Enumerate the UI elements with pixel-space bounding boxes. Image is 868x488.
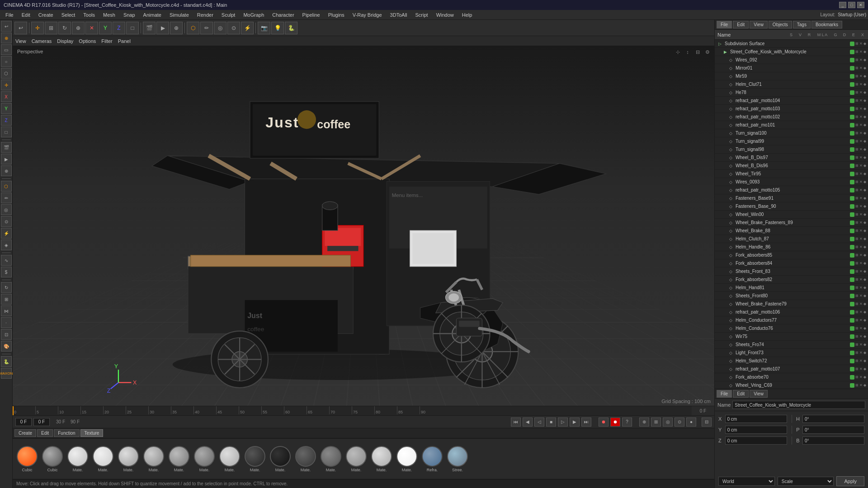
tool-extrude[interactable]: ◈ xyxy=(1,239,12,250)
tb-light[interactable]: 💡 xyxy=(271,22,284,34)
tool-edge[interactable]: ⋈ xyxy=(1,305,12,316)
tool-snap-pt[interactable]: ⊡ xyxy=(1,329,12,340)
pb-current-frame[interactable] xyxy=(33,418,50,426)
menu-pipeline[interactable]: Pipeline xyxy=(299,11,324,19)
tb-render-region[interactable]: 🎬 xyxy=(143,22,156,34)
om-row-he78[interactable]: ◇ He78 ⊞✕◆ xyxy=(715,89,868,97)
pb-key1[interactable]: ⊕ xyxy=(639,418,649,427)
tb-select-y[interactable]: Y xyxy=(99,22,112,34)
mat-item-15[interactable]: Mate. xyxy=(395,446,419,472)
pb-key3[interactable]: ◎ xyxy=(663,418,673,427)
pb-step-fwd2[interactable]: ▶ xyxy=(570,418,580,427)
om-row-wheelbdis96[interactable]: ◇ Wheel_B_Dis96 ⊞✕◆ xyxy=(715,162,868,170)
om-row-helmconductors77[interactable]: ◇ Helm_Conductors77 ⊞✕◆ xyxy=(715,316,868,324)
menu-sculpt[interactable]: Sculpt xyxy=(218,11,239,19)
om-row-sheetsfront83[interactable]: ◇ Sheets_Front_83 ⊞✕◆ xyxy=(715,267,868,276)
om-row-wheelwin00[interactable]: ◇ Wheel_Win00 ⊞✕◆ xyxy=(715,211,868,219)
tool-select-poly[interactable]: ⬡ xyxy=(1,68,12,79)
menu-file[interactable]: File xyxy=(2,11,17,19)
menu-window[interactable]: Window xyxy=(433,11,458,19)
om-row-forkabsorbers85[interactable]: ◇ Fork_absorbers85 ⊞✕◆ xyxy=(715,251,868,259)
om-row-refract107[interactable]: ◇ refract_patr_motto107 ⊞✕◆ xyxy=(715,365,868,373)
vp-menu-cameras[interactable]: Cameras xyxy=(32,38,52,44)
menu-character[interactable]: Character xyxy=(269,11,297,19)
menu-help[interactable]: Help xyxy=(458,11,476,19)
br-tab-edit[interactable]: Edit xyxy=(733,390,749,398)
tool-spline[interactable]: ∿ xyxy=(1,255,12,266)
tb-scale[interactable]: ⊞ xyxy=(45,22,57,34)
tb-move[interactable]: ✛ xyxy=(31,22,44,34)
r-tab-tags[interactable]: Tags xyxy=(793,21,811,28)
tool-null[interactable]: □ xyxy=(1,127,12,137)
om-row-sheetsfro74[interactable]: ◇ Sheets_Fro74 ⊞✕◆ xyxy=(715,341,868,349)
pb-step-fwd[interactable]: ▷ xyxy=(558,418,568,427)
om-row-helmclut71[interactable]: ◇ Helm_Clut71 ⊞✕◆ xyxy=(715,80,868,89)
vp-menu-panel[interactable]: Panel xyxy=(118,38,131,44)
om-row-lightfront73[interactable]: ◇ Light_Front73 ⊞✕◆ xyxy=(715,349,868,357)
tool-polygon[interactable]: ⬡ xyxy=(1,181,12,192)
pb-play-stop[interactable]: ■ xyxy=(546,418,556,427)
tool-twist[interactable]: ↻ xyxy=(1,282,12,293)
r-tab-bookmarks[interactable]: Bookmarks xyxy=(811,21,842,28)
coord-x-pos[interactable] xyxy=(725,415,787,423)
tool-y-axis[interactable]: Y xyxy=(1,103,12,114)
mat-item-10[interactable]: Mate. xyxy=(269,446,292,472)
om-row-helmhandle86[interactable]: ◇ Helm_Handle_86 ⊞✕◆ xyxy=(715,243,868,251)
tool-add[interactable]: ⊕ xyxy=(1,165,12,176)
om-row-forkabsorbers84[interactable]: ◇ Fork_absorbers84 ⊞✕◆ xyxy=(715,259,868,267)
r-tab-edit[interactable]: Edit xyxy=(733,21,749,28)
r-tab-view[interactable]: View xyxy=(750,21,768,28)
om-row-sheetsfront80[interactable]: ◇ Sheets_Front80 ⊞✕◆ xyxy=(715,292,868,300)
pb-key5[interactable]: ● xyxy=(686,418,696,427)
vp-menu-view[interactable]: View xyxy=(15,38,26,44)
om-row-fastenersbase91[interactable]: ◇ Fasteners_Base91 ⊞✕◆ xyxy=(715,194,868,202)
menu-mograph[interactable]: MoGraph xyxy=(240,11,268,19)
coord-p-rot[interactable] xyxy=(802,426,864,434)
tool-magnet[interactable]: ⊙ xyxy=(1,216,12,227)
pb-goto-start[interactable]: ⏮ xyxy=(511,418,521,427)
vp-settings-icon[interactable]: ⚙ xyxy=(703,48,712,56)
menu-tools[interactable]: Tools xyxy=(80,11,99,19)
mat-tab-function[interactable]: Function xyxy=(54,429,79,437)
om-row-helmclutch87[interactable]: ◇ Helm_Clutch_87 ⊞✕◆ xyxy=(715,235,868,243)
mat-item-8[interactable]: Mate. xyxy=(218,446,241,472)
tb-null-obj[interactable]: □ xyxy=(126,22,139,34)
coord-b-rot[interactable] xyxy=(802,436,864,445)
mat-item-7[interactable]: Mate. xyxy=(193,446,216,472)
menu-plugins[interactable]: Plugins xyxy=(325,11,348,19)
pb-step-back[interactable]: ◀ xyxy=(523,418,533,427)
vp-expand-icon[interactable]: ⊹ xyxy=(674,48,682,56)
tb-python2[interactable]: 🐍 xyxy=(285,22,297,34)
tool-render-region[interactable]: 🎬 xyxy=(1,142,12,153)
tb-undo[interactable]: ↩ xyxy=(14,22,27,34)
menu-snap[interactable]: Snap xyxy=(120,11,139,19)
om-row-helmconducto76[interactable]: ◇ Helm_Conducto76 ⊞✕◆ xyxy=(715,324,868,333)
tool-point[interactable]: · xyxy=(1,317,12,328)
tb-rotate[interactable]: ↻ xyxy=(58,22,71,34)
mat-item-13[interactable]: Mate. xyxy=(344,446,368,472)
om-row-wheelbdis97[interactable]: ◇ Wheel_B_Dis97 ⊞✕◆ xyxy=(715,154,868,162)
pb-record-active[interactable]: ⏺ xyxy=(610,418,620,427)
tb-knife2[interactable]: ⚡ xyxy=(241,22,254,34)
vp-layout-icon[interactable]: ⊟ xyxy=(693,48,702,56)
om-row-wheeltir95[interactable]: ◇ Wheel_Tir95 ⊞✕◆ xyxy=(715,170,868,178)
tb-smooth2[interactable]: ◎ xyxy=(214,22,226,34)
scale-select[interactable]: Scale Size xyxy=(778,477,834,486)
pb-key4[interactable]: ⊙ xyxy=(675,418,684,427)
om-row-turnsignal100[interactable]: ◇ Turn_signal100 ⊞✕◆ xyxy=(715,129,868,137)
menu-create[interactable]: Create xyxy=(35,11,57,19)
om-row-subdivision[interactable]: ▷ Subdivision Surface ⊞ ✕ ◆ xyxy=(715,40,868,48)
mat-item-2[interactable]: Mate. xyxy=(66,446,90,472)
om-row-refract106[interactable]: ◇ refract_patr_motto106 ⊞✕◆ xyxy=(715,308,868,316)
om-row-wires092[interactable]: ◇ Wires_092 ⊞✕◆ xyxy=(715,56,868,64)
timeline-ruler[interactable]: 0 5 10 15 20 25 30 35 40 45 50 55 60 65 … xyxy=(13,406,692,415)
tb-objects[interactable]: ⬡ xyxy=(187,22,199,34)
tool-select-live[interactable]: ⊕ xyxy=(1,33,12,43)
br-tab-file[interactable]: File xyxy=(717,390,732,398)
menu-render[interactable]: Render xyxy=(193,11,217,19)
pb-key2[interactable]: ⊞ xyxy=(651,418,661,427)
om-row-wires0093[interactable]: ◇ Wires_0093 ⊞✕◆ xyxy=(715,178,868,186)
tool-move[interactable]: ✛ xyxy=(1,80,12,90)
vp-menu-filter[interactable]: Filter xyxy=(101,38,112,44)
om-row-helmhand81[interactable]: ◇ Helm_Hand81 ⊞✕◆ xyxy=(715,284,868,292)
